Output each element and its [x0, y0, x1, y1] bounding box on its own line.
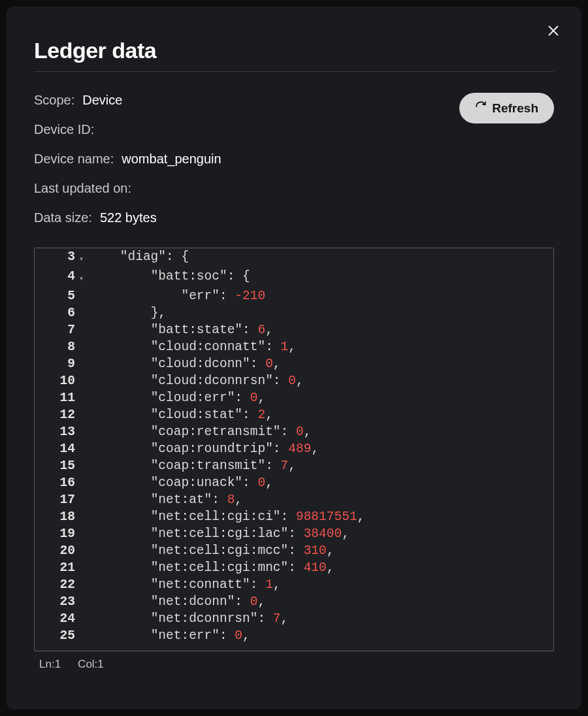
code-content[interactable]: }, — [88, 304, 553, 321]
fold-toggle-icon — [79, 406, 88, 423]
refresh-button[interactable]: Refresh — [459, 93, 554, 123]
code-content[interactable]: "net:cell:cgi:mnc": 410, — [88, 559, 553, 576]
fold-toggle-icon — [79, 525, 88, 542]
code-line[interactable]: 15 "coap:transmit": 7, — [35, 457, 553, 474]
line-number: 4 — [35, 268, 79, 287]
line-number: 9 — [35, 355, 79, 372]
code-line[interactable]: 16 "coap:unack": 0, — [35, 474, 553, 491]
refresh-icon — [475, 101, 487, 116]
fold-toggle-icon — [79, 338, 88, 355]
code-line[interactable]: 4▾ "batt:soc": { — [35, 268, 553, 287]
code-content[interactable]: "coap:roundtrip": 489, — [88, 440, 553, 457]
code-line[interactable]: 21 "net:cell:cgi:mnc": 410, — [35, 559, 553, 576]
code-content[interactable]: "cloud:dconn": 0, — [88, 355, 553, 372]
code-line[interactable]: 13 "coap:retransmit": 0, — [35, 423, 553, 440]
code-content[interactable]: "net:dconnrsn": 7, — [88, 610, 553, 627]
line-number: 19 — [35, 525, 79, 542]
code-line[interactable]: 11 "cloud:err": 0, — [35, 389, 553, 406]
line-number: 13 — [35, 423, 79, 440]
fold-toggle-icon — [79, 576, 88, 593]
status-line-value: 1 — [55, 658, 61, 670]
code-content[interactable]: "batt:state": 6, — [88, 321, 553, 338]
fold-toggle-icon — [79, 491, 88, 508]
line-number: 6 — [35, 304, 79, 321]
editor-status-bar: Ln:1 Col:1 — [34, 658, 554, 671]
code-line[interactable]: 23 "net:dconn": 0, — [35, 593, 553, 610]
line-number: 15 — [35, 457, 79, 474]
fold-toggle-icon — [79, 423, 88, 440]
fold-toggle-icon[interactable]: ▾ — [79, 268, 88, 287]
code-content[interactable]: "cloud:stat": 2, — [88, 406, 553, 423]
line-number: 18 — [35, 508, 79, 525]
fold-toggle-icon — [79, 627, 88, 644]
code-content[interactable]: "net:cell:cgi:lac": 38400, — [88, 525, 553, 542]
refresh-label: Refresh — [492, 101, 538, 116]
last-updated-label: Last updated on: — [34, 181, 131, 196]
code-content[interactable]: "cloud:connatt": 1, — [88, 338, 553, 355]
code-content[interactable]: "batt:soc": { — [88, 268, 553, 287]
code-content[interactable]: "net:cell:cgi:ci": 98817551, — [88, 508, 553, 525]
code-content[interactable]: "diag": { — [88, 248, 553, 268]
fold-toggle-icon[interactable]: ▾ — [79, 248, 88, 268]
scope-label: Scope: — [34, 93, 74, 108]
code-line[interactable]: 12 "cloud:stat": 2, — [35, 406, 553, 423]
divider — [34, 71, 554, 72]
code-content[interactable]: "coap:unack": 0, — [88, 474, 553, 491]
line-number: 25 — [35, 627, 79, 644]
code-editor-scroll[interactable]: 3▾ "diag": {4▾ "batt:soc": {5 "err": -21… — [35, 248, 553, 651]
fold-toggle-icon — [79, 542, 88, 559]
line-number: 5 — [35, 287, 79, 304]
code-content[interactable]: "net:cell:cgi:mcc": 310, — [88, 542, 553, 559]
code-line[interactable]: 9 "cloud:dconn": 0, — [35, 355, 553, 372]
meta-block: Refresh Scope: Device Device ID: Device … — [34, 93, 554, 225]
code-line[interactable]: 14 "coap:roundtrip": 489, — [35, 440, 553, 457]
line-number: 3 — [35, 248, 79, 268]
code-line[interactable]: 10 "cloud:dconnrsn": 0, — [35, 372, 553, 389]
code-content[interactable]: "cloud:err": 0, — [88, 389, 553, 406]
line-number: 23 — [35, 593, 79, 610]
line-number: 21 — [35, 559, 79, 576]
close-icon — [546, 30, 561, 40]
meta-device-name: Device name: wombat_penguin — [34, 152, 554, 167]
close-button[interactable] — [544, 21, 563, 42]
fold-toggle-icon — [79, 508, 88, 525]
code-line[interactable]: 5 "err": -210 — [35, 287, 553, 304]
line-number: 10 — [35, 372, 79, 389]
device-id-label: Device ID: — [34, 122, 94, 137]
code-line[interactable]: 20 "net:cell:cgi:mcc": 310, — [35, 542, 553, 559]
code-content[interactable]: "net:dconn": 0, — [88, 593, 553, 610]
meta-data-size: Data size: 522 bytes — [34, 210, 554, 225]
meta-last-updated: Last updated on: — [34, 181, 554, 196]
fold-toggle-icon — [79, 355, 88, 372]
line-number: 24 — [35, 610, 79, 627]
code-line[interactable]: 22 "net:connatt": 1, — [35, 576, 553, 593]
data-size-value: 522 bytes — [100, 210, 157, 225]
fold-toggle-icon — [79, 610, 88, 627]
modal-title: Ledger data — [34, 38, 554, 63]
status-line: Ln:1 — [39, 658, 61, 671]
code-content[interactable]: "err": -210 — [88, 287, 553, 304]
code-line[interactable]: 6 }, — [35, 304, 553, 321]
code-content[interactable]: "coap:retransmit": 0, — [88, 423, 553, 440]
code-content[interactable]: "net:at": 8, — [88, 491, 553, 508]
scope-value: Device — [82, 93, 122, 108]
code-line[interactable]: 25 "net:err": 0, — [35, 627, 553, 644]
code-line[interactable]: 18 "net:cell:cgi:ci": 98817551, — [35, 508, 553, 525]
line-number: 14 — [35, 440, 79, 457]
fold-toggle-icon — [79, 474, 88, 491]
code-content[interactable]: "net:connatt": 1, — [88, 576, 553, 593]
code-line[interactable]: 17 "net:at": 8, — [35, 491, 553, 508]
line-number: 7 — [35, 321, 79, 338]
code-content[interactable]: "net:err": 0, — [88, 627, 553, 644]
code-line[interactable]: 7 "batt:state": 6, — [35, 321, 553, 338]
code-line[interactable]: 24 "net:dconnrsn": 7, — [35, 610, 553, 627]
code-line[interactable]: 19 "net:cell:cgi:lac": 38400, — [35, 525, 553, 542]
code-line[interactable]: 8 "cloud:connatt": 1, — [35, 338, 553, 355]
status-col: Col:1 — [78, 658, 104, 671]
code-content[interactable]: "cloud:dconnrsn": 0, — [88, 372, 553, 389]
code-line[interactable]: 3▾ "diag": { — [35, 248, 553, 268]
device-name-label: Device name: — [34, 152, 114, 167]
code-editor[interactable]: 3▾ "diag": {4▾ "batt:soc": {5 "err": -21… — [34, 248, 554, 651]
status-col-label: Col: — [78, 658, 97, 670]
code-content[interactable]: "coap:transmit": 7, — [88, 457, 553, 474]
